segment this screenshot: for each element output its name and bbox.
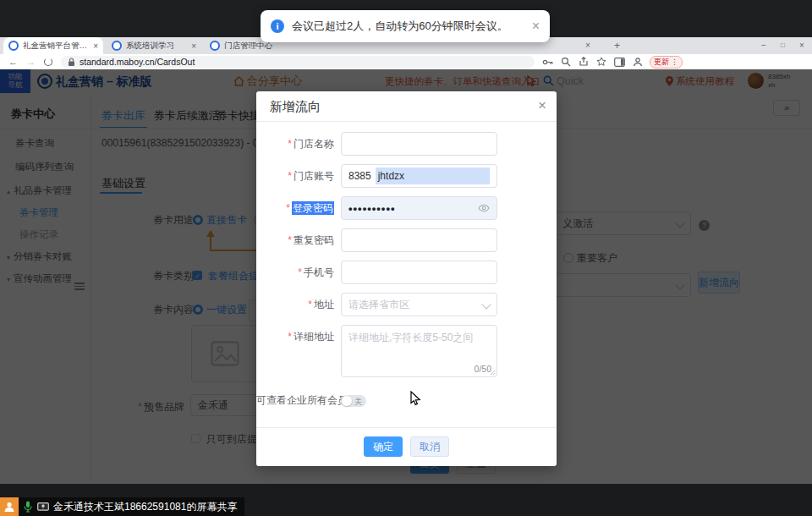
member-toggle-label: 可查看企业所有会员 [256,389,341,411]
password-label-selected: 登录密码 [292,201,334,215]
window-minimize-button[interactable]: − [761,37,766,54]
region-label: 地址 [314,299,334,310]
dialog-header: 新增流向 × [256,91,557,122]
store-account-label: 门店账号 [294,170,334,182]
form-row-member-toggle: 可查看企业所有会员 关 [256,389,557,411]
site-favicon-icon [8,41,19,51]
url-field[interactable]: standard.maboy.cn/CardsOut [61,56,535,68]
site-favicon-icon [112,41,122,51]
meeting-toast: i 会议已超过2人，自动转为60分钟限时会议。 × [261,10,550,42]
switch-knob [342,396,352,406]
share-bar-body: 金禾通技术王斌18662591081的屏幕共享 [19,497,244,516]
toast-message: 会议已超过2人，自动转为60分钟限时会议。 [292,19,527,34]
lock-icon [68,58,75,67]
dialog-footer: 确定 取消 [256,427,557,466]
browser-menu-icon[interactable]: ⋮ [671,58,678,66]
account-prefix: 8385 [348,170,371,182]
dialog-close-icon[interactable]: × [538,97,546,114]
form-row-account: *门店账号 8385 jhtdzx [256,164,557,188]
key-icon[interactable] [542,58,553,67]
info-icon: i [271,19,284,33]
char-counter: 0/50 [475,364,491,374]
address-label: 详细地址 [294,331,334,343]
password-input[interactable]: •••••••••• [341,196,497,220]
window-close-button[interactable]: × [799,37,804,54]
share-icon[interactable] [579,57,589,67]
url-text: standard.maboy.cn/CardsOut [80,57,195,67]
browser-tab[interactable]: 系统培训学习 × [107,37,201,54]
store-name-input[interactable] [341,132,497,156]
tab-close-icon[interactable]: × [585,37,590,54]
confirm-button[interactable]: 确定 [364,436,403,457]
form-row-address: *详细地址 详细地址,字符长度5-50之间 0/50 [256,325,557,377]
forward-icon[interactable]: → [26,57,36,67]
tab-title: 系统培训学习 [126,41,188,52]
region-placeholder: 请选择省市区 [348,298,409,312]
screen-share-icon [37,502,49,512]
cancel-button[interactable]: 取消 [410,436,449,457]
account-value-selected: jhtdzx [376,167,490,184]
form-row-store-name: *门店名称 [256,132,557,156]
reload-icon[interactable] [44,58,52,66]
address-placeholder: 详细地址,字符长度5-50之间 [348,332,473,343]
bookmark-star-icon[interactable] [596,57,606,67]
chevron-down-icon [481,299,491,309]
member-toggle-switch[interactable]: 关 [341,395,366,407]
resize-handle-icon[interactable] [490,370,496,376]
form-row-password: *登录密码 •••••••••• [256,196,557,220]
tab-close-icon[interactable]: × [191,41,196,51]
screen-share-bar: 金禾通技术王斌18662591081的屏幕共享 [0,497,244,516]
participant-avatar-icon [0,497,19,516]
browser-address-bar: ← → standard.maboy.cn/CardsOut 更新 ⋮ [0,54,812,69]
share-bar-text: 金禾通技术王斌18662591081的屏幕共享 [53,500,237,514]
toast-close-icon[interactable]: × [532,19,540,34]
phone-input[interactable] [341,261,497,284]
browser-update-button[interactable]: 更新 ⋮ [650,56,683,69]
browser-tab-active[interactable]: 礼盒营销平台管理中心 × [3,37,103,54]
switch-state-label: 关 [354,397,362,408]
form-row-repeat-password: *重复密码 [256,228,557,252]
add-flow-dialog: 新增流向 × *门店名称 *门店账号 8385 jhtdzx *登录密码 •••… [256,91,557,466]
store-account-input[interactable]: 8385 jhtdzx [341,164,497,188]
window-maximize-button[interactable]: □ [781,37,785,54]
microphone-icon [24,501,32,513]
back-icon[interactable]: ← [8,57,18,67]
password-dots: •••••••••• [348,202,478,215]
form-row-region: *地址 请选择省市区 [256,293,557,316]
mouse-cursor-icon [410,391,421,406]
phone-label: 手机号 [304,266,334,278]
tab-close-icon[interactable]: × [93,41,98,51]
zoom-icon[interactable] [561,57,571,67]
region-select[interactable]: 请选择省市区 [341,293,497,316]
dialog-body: *门店名称 *门店账号 8385 jhtdzx *登录密码 •••••••••• [256,122,557,411]
address-textarea[interactable]: 详细地址,字符长度5-50之间 0/50 [341,325,497,377]
new-tab-button[interactable]: + [614,37,620,54]
site-favicon-icon [210,41,220,51]
repeat-password-label: 重复密码 [294,234,334,246]
profile-icon[interactable] [633,57,643,67]
eye-icon[interactable] [478,204,490,212]
form-row-phone: *手机号 [256,261,557,284]
store-name-label: 门店名称 [294,138,334,150]
dialog-title: 新增流向 [270,99,321,115]
repeat-password-input[interactable] [341,228,497,252]
side-panel-icon[interactable] [614,58,625,67]
tab-title: 礼盒营销平台管理中心 [23,41,90,52]
